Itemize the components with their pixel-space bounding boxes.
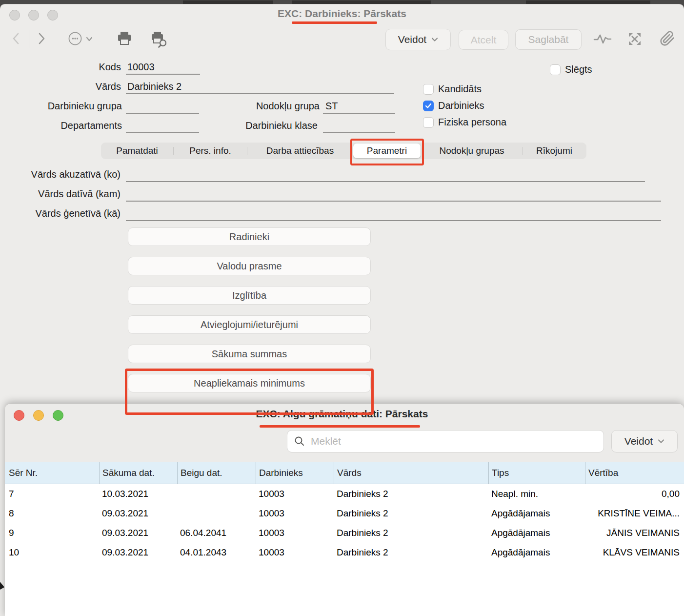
more-options-icon[interactable] [67, 31, 96, 46]
create-button[interactable]: Veidot [611, 430, 678, 452]
vards-dativa-label: Vārds datīvā (kam) [0, 188, 121, 200]
table-row[interactable]: 8 09.03.2021 10003 Darbinieks 2 Apgādāja… [5, 504, 684, 523]
print-icon[interactable] [116, 30, 133, 47]
departaments-label: Departaments [0, 120, 122, 131]
fiziska-persona-label: Fiziska persona [438, 117, 506, 128]
cell-vertiba: 0,00 [585, 489, 684, 499]
cell-ser-nr: 9 [5, 528, 99, 538]
darbinieku-grupa-field[interactable] [126, 113, 199, 114]
vards-dativa-field[interactable] [126, 201, 661, 202]
darbinieku-grupa-label: Darbinieku grupa [0, 101, 122, 112]
kandidats-checkbox[interactable]: Kandidāts [423, 83, 482, 95]
cancel-button-label: Atcelt [471, 34, 497, 46]
chevron-down-icon [658, 439, 664, 444]
valodu-prasme-button[interactable]: Valodu prasme [128, 257, 371, 275]
column-ser-nr[interactable]: Sēr Nr. [5, 462, 99, 484]
annotation-parametri-box [350, 139, 424, 165]
annotation-neapliekamais-box [125, 369, 374, 415]
cell-tips: Apgādājamais [488, 508, 585, 519]
cell-darbinieks: 10003 [256, 547, 334, 558]
forward-icon[interactable] [35, 31, 48, 46]
cell-darbinieks: 10003 [256, 489, 334, 499]
izglitiba-button[interactable]: Izglītība [128, 286, 371, 305]
nodoklu-grupa-field-line [323, 113, 395, 114]
cell-ser-nr: 10 [5, 547, 99, 558]
darbinieku-klase-label: Darbinieku klase [195, 120, 318, 131]
tab-bar: Pamatdati Pers. info. Darba attiecības P… [101, 143, 586, 159]
cell-ser-nr: 7 [5, 489, 99, 499]
cell-darbinieks: 10003 [256, 508, 334, 519]
slegts-label: Slēgts [565, 64, 592, 75]
column-vertiba[interactable]: Vērtība [585, 462, 684, 484]
nodoklu-grupa-label: Nodokļu grupa [195, 101, 320, 112]
search-field[interactable] [287, 430, 604, 452]
checkbox-box [423, 84, 434, 95]
expand-icon[interactable] [627, 32, 642, 46]
cell-vards: Darbinieks 2 [334, 547, 488, 558]
checkbox-box [423, 117, 434, 128]
cell-vards: Darbinieks 2 [334, 489, 488, 499]
annotation-title-underline [292, 21, 377, 24]
vards-label: Vārds [0, 81, 121, 92]
cell-sakuma-dat: 10.03.2021 [99, 489, 177, 499]
atvieglojumi-ieturejumi-button[interactable]: Atvieglojumi/ieturējumi [128, 315, 371, 334]
back-icon[interactable] [10, 31, 22, 46]
darbinieku-klase-field[interactable] [323, 132, 395, 133]
cell-beigu-dat: 06.04.2041 [177, 528, 256, 538]
kods-field[interactable]: 10003 [127, 62, 201, 73]
departaments-field[interactable] [126, 132, 199, 133]
create-button[interactable]: Veidot [385, 29, 451, 50]
nodoklu-grupa-field[interactable]: ST [325, 101, 394, 112]
slegts-checkbox[interactable]: Slēgts [550, 64, 592, 75]
activity-icon[interactable] [593, 33, 612, 45]
tab-pamatdati[interactable]: Pamatdati [101, 144, 173, 158]
checkbox-box [550, 64, 561, 75]
column-vards[interactable]: Vārds [334, 462, 488, 484]
table-row[interactable]: 7 10.03.2021 10003 Darbinieks 2 Neapl. m… [5, 484, 684, 504]
column-beigu-dat[interactable]: Beigu dat. [177, 462, 256, 484]
vards-field-line [126, 93, 394, 94]
cell-vertiba: KLĀVS VEIMANIS [585, 547, 684, 558]
toolbar-divider [29, 30, 29, 48]
search-input[interactable] [310, 435, 604, 448]
column-tips[interactable]: Tips [488, 462, 585, 484]
print-preview-icon[interactable] [149, 30, 169, 49]
save-button[interactable]: Saglabāt [515, 29, 582, 50]
vards-akuzativa-field[interactable] [126, 181, 645, 182]
checkmark-icon [425, 103, 432, 109]
vards-genetiva-field[interactable] [126, 220, 661, 221]
create-button-label: Veidot [624, 435, 653, 447]
cell-darbinieks: 10003 [256, 528, 334, 538]
table-row[interactable]: 10 09.03.2021 04.01.2043 10003 Darbiniek… [5, 543, 684, 562]
checkbox-box-checked [423, 101, 434, 111]
column-sakuma-dat[interactable]: Sākuma dat. [99, 462, 177, 484]
cell-sakuma-dat: 09.03.2021 [99, 528, 177, 538]
cell-tips: Neapl. min. [488, 489, 585, 499]
radinieki-button[interactable]: Radinieki [128, 227, 371, 246]
cell-tips: Apgādājamais [488, 528, 585, 538]
tab-pers-info[interactable]: Pers. info. [174, 144, 247, 158]
attachment-icon[interactable] [660, 30, 675, 47]
cell-vards: Darbinieks 2 [334, 528, 488, 538]
create-button-label: Veidot [398, 34, 426, 45]
column-darbinieks[interactable]: Darbinieks [256, 462, 334, 484]
kandidats-label: Kandidāts [438, 83, 482, 95]
cell-sakuma-dat: 09.03.2021 [99, 508, 177, 519]
tab-darba-attiecibas[interactable]: Darba attiecības [247, 144, 353, 158]
darbinieks-checkbox[interactable]: Darbinieks [423, 100, 484, 111]
cell-ser-nr: 8 [5, 508, 99, 519]
search-icon [294, 436, 305, 447]
fiziska-persona-checkbox[interactable]: Fiziska persona [423, 117, 506, 128]
sakuma-summas-button[interactable]: Sākuma summas [128, 345, 371, 363]
save-button-label: Saglabāt [528, 34, 569, 45]
cell-vertiba: JĀNIS VEIMANIS [585, 528, 684, 538]
darbinieks-label: Darbinieks [438, 100, 484, 111]
tab-nodoklu-grupas[interactable]: Nodokļu grupas [421, 144, 523, 158]
vards-field[interactable]: Darbinieks 2 [127, 81, 391, 92]
kods-label: Kods [0, 62, 121, 73]
cancel-button[interactable]: Atcelt [459, 30, 508, 50]
cell-sakuma-dat: 09.03.2021 [99, 547, 177, 558]
annotation-title-underline [260, 425, 420, 428]
table-row[interactable]: 9 09.03.2021 06.04.2041 10003 Darbinieks… [5, 523, 684, 543]
tab-rikojumi[interactable]: Rīkojumi [523, 144, 585, 158]
